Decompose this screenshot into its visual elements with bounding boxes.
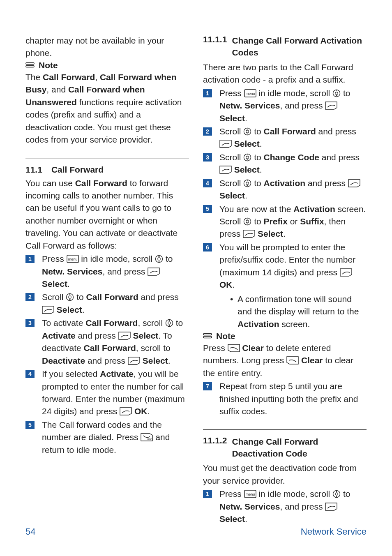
svg-marker-38: [247, 224, 249, 224]
step-text: Press menu in idle mode, scroll to Netw.…: [219, 488, 367, 525]
steps-list: 1Press menu in idle mode, scroll to Netw…: [25, 253, 189, 456]
step-text: Scroll to Change Code and press Select.: [219, 151, 367, 176]
steps-list: 1Press menu in idle mode, scroll to Netw…: [203, 488, 367, 525]
svg-marker-45: [336, 491, 337, 492]
svg-marker-22: [336, 95, 337, 96]
step-number-badge: 4: [203, 179, 212, 187]
columns: chapter may not be available in your pho…: [25, 35, 367, 526]
svg-marker-6: [158, 256, 160, 257]
section-title: Call Forward: [51, 165, 104, 175]
list-item: 5You are now at the Activation screen. S…: [203, 203, 367, 240]
left-softkey-icon: [325, 101, 337, 110]
section-number: 11.1: [25, 165, 42, 175]
svg-rect-39: [203, 334, 212, 335]
subsection-number: 11.1.1: [203, 35, 227, 44]
step-text: Press menu in idle mode, scroll to Netw.…: [219, 87, 367, 125]
note-label: Note: [39, 60, 58, 70]
svg-point-36: [246, 220, 249, 223]
svg-marker-7: [158, 261, 160, 262]
step-text: The Call forward codes and the number ar…: [42, 419, 189, 456]
svg-marker-30: [247, 159, 249, 160]
left-softkey-icon: [325, 502, 337, 511]
step-text: Repeat from step 5 until you are finishe…: [219, 380, 367, 418]
step-text: To activate Call Forward, scroll to Acti…: [42, 317, 189, 367]
nav-key-icon: [66, 292, 74, 302]
svg-point-20: [335, 92, 338, 94]
step-number-badge: 6: [203, 243, 212, 251]
left-column: chapter may not be available in your pho…: [25, 35, 189, 526]
svg-point-13: [168, 322, 171, 324]
svg-marker-15: [168, 325, 170, 326]
step-number-badge: 2: [25, 293, 35, 301]
svg-rect-1: [26, 66, 34, 67]
subsection-title: Change Call Forward Activation Codes: [232, 35, 367, 59]
note-body: Press Clear to delete entered numbers. L…: [203, 342, 367, 379]
list-item: 6You will be prompted to enter the prefi…: [203, 241, 367, 291]
subsection-title: Change Call Forward Deactivation Code: [232, 436, 367, 460]
subsection-intro: You must get the deactivation code from …: [203, 462, 367, 487]
svg-text:menu: menu: [245, 92, 255, 96]
svg-rect-0: [26, 63, 34, 65]
note-body: The Call Forward, Call Forward when Busy…: [25, 71, 189, 146]
left-softkey-icon: [219, 165, 232, 174]
list-item: 3To activate Call Forward, scroll to Act…: [25, 317, 189, 367]
nav-key-icon: [243, 178, 251, 188]
step-number-badge: 5: [203, 205, 212, 213]
nav-key-icon: [332, 88, 341, 98]
step-text: Scroll to Call Forward and press Select.: [219, 125, 367, 150]
menu-key-icon: menu: [244, 88, 256, 98]
svg-marker-33: [247, 180, 249, 181]
step-number-badge: 1: [25, 255, 35, 263]
svg-rect-40: [203, 337, 212, 338]
step-text: You are now at the Activation screen. Sc…: [219, 203, 367, 240]
left-softkey-icon: [120, 406, 132, 416]
list-item: 2Scroll to Call Forward and press Select…: [203, 125, 367, 150]
footer-label: Network Service: [301, 526, 367, 537]
sub-bullet-list: A confirmation tone will sound and the d…: [219, 293, 367, 330]
right-softkey-icon: [228, 343, 240, 353]
step-number-badge: 1: [203, 89, 212, 97]
step-text: You will be prompted to enter the prefix…: [219, 241, 367, 291]
end-key-icon: END: [141, 432, 153, 442]
step-text: Press menu in idle mode, scroll to Netw.…: [42, 253, 189, 290]
list-item: 7Repeat from step 5 until you are finish…: [203, 380, 367, 418]
step-number-badge: 5: [25, 421, 35, 429]
list-item: 1Press menu in idle mode, scroll to Netw…: [203, 87, 367, 125]
step-number-badge: 1: [203, 490, 212, 498]
step-number-badge: 4: [25, 370, 35, 378]
svg-point-9: [69, 296, 71, 298]
note-icon: [203, 332, 212, 340]
section-divider: [25, 159, 189, 159]
svg-marker-11: [69, 299, 71, 300]
svg-marker-34: [247, 185, 249, 186]
list-item: 4Scroll to Activation and press Select.: [203, 177, 367, 202]
left-softkey-icon: [348, 178, 360, 188]
svg-marker-37: [247, 219, 249, 219]
list-item: 4If you selected Activate, you will be p…: [25, 368, 189, 418]
list-item: 1Press menu in idle mode, scroll to Netw…: [25, 253, 189, 290]
note-row: Note: [25, 60, 189, 70]
svg-marker-10: [69, 294, 71, 295]
menu-key-icon: menu: [244, 489, 256, 498]
left-softkey-icon: [42, 305, 54, 314]
list-item: A confirmation tone will sound and the d…: [230, 293, 367, 330]
nav-key-icon: [243, 217, 251, 226]
nav-key-icon: [155, 254, 163, 263]
menu-key-icon: menu: [67, 254, 79, 263]
step-text: Scroll to Call Forward and press Select.: [42, 291, 189, 316]
step-number-badge: 3: [203, 153, 212, 161]
right-column: 11.1.1 Change Call Forward Activation Co…: [203, 35, 367, 526]
svg-marker-26: [247, 134, 249, 134]
page: chapter may not be available in your pho…: [0, 0, 392, 556]
left-softkey-icon: [243, 229, 255, 238]
step-number-badge: 3: [25, 319, 35, 327]
left-softkey-icon: [118, 331, 131, 340]
section-intro: You can use Call Forward to forward inco…: [25, 177, 189, 252]
left-softkey-icon: [219, 139, 232, 148]
step-text: If you selected Activate, you will be pr…: [42, 368, 189, 418]
svg-text:menu: menu: [245, 492, 255, 496]
intro-text: chapter may not be available in your pho…: [25, 35, 189, 60]
step-number-badge: 7: [203, 382, 212, 390]
nav-key-icon: [243, 152, 251, 162]
note-label: Note: [216, 331, 235, 341]
